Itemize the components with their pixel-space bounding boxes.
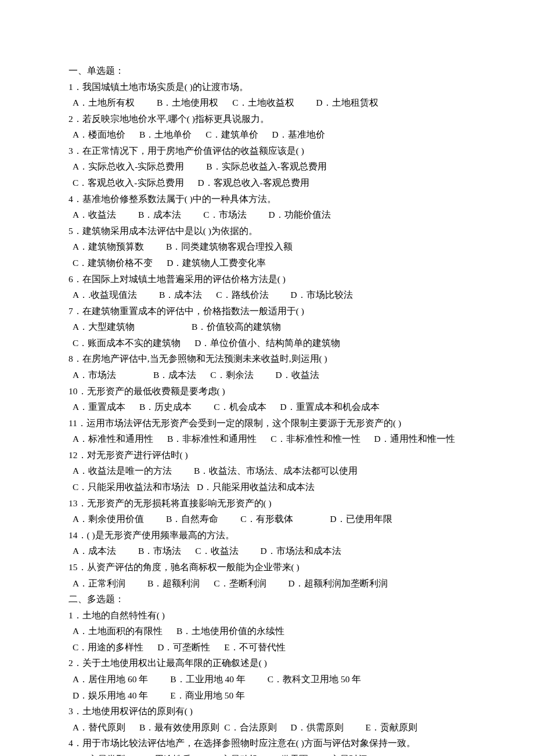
m1-a: A．土地面积的有限性	[73, 626, 163, 636]
m2-a: A．居住用地 60 年	[73, 674, 148, 684]
q2-options: A．楼面地价 B．土地单价 C．建筑单价 D．基准地价	[68, 127, 466, 143]
q13-a: A．剩余使用价值	[73, 514, 144, 524]
q5-options-2: C．建筑物价格不变 D．建筑物人工费变化率	[68, 255, 466, 271]
q2-c: C．建筑单价	[205, 129, 258, 139]
q14-d: D．市场法和成本法	[261, 546, 341, 556]
q11-options: A．标准性和通用性 B．非标准性和通用性 C．非标准性和惟一性 D．通用性和惟一…	[68, 431, 466, 447]
q8-c: C．剩余法	[210, 370, 253, 380]
q6-a: A．.收益现值法	[73, 290, 137, 300]
q14-options: A．成本法 B．市场法 C．收益法 D．市场法和成本法	[68, 543, 466, 559]
q6-options: A．.收益现值法 B．成本法 C．路线价法 D．市场比较法	[68, 287, 466, 303]
q13-options: A．剩余使用价值 B．自然寿命 C．有形载体 D．已使用年限	[68, 511, 466, 527]
m2-d: D．娱乐用地 40 年	[73, 690, 148, 700]
q2-a: A．楼面地价	[73, 129, 125, 139]
q1-c: C．土地收益权	[232, 98, 294, 107]
q14-stem: 14．( )是无形资产使用频率最高的方法。	[68, 527, 466, 543]
q15-c: C．垄断利润	[214, 578, 266, 588]
q6-b: B．成本法	[159, 290, 202, 300]
q4-stem: 4．基准地价修整系数法属于( )中的一种具体方法。	[68, 191, 466, 207]
q5-d: D．建筑物人工费变化率	[167, 258, 266, 268]
m3-d: D．供需原则	[290, 722, 343, 732]
q5-a: A．建筑物预算数	[73, 242, 144, 251]
q2-stem: 2．若反映宗地地价水平,哪个( )指标更具说服力。	[68, 111, 466, 127]
q7-options-1: A．大型建筑物 B．价值较高的建筑物	[68, 319, 466, 335]
q5-b: B．同类建筑物客观合理投入额	[166, 242, 293, 251]
m4-options: A．交易类型 B．用途性质 C．交易动机 D．供需圈 E．交易时间	[68, 751, 466, 756]
q8-d: D．收益法	[276, 370, 319, 380]
q10-a: A．重置成本	[73, 402, 125, 412]
m1-c: C．用途的多样性	[73, 642, 143, 652]
q10-d: D．重置成本和机会成本	[280, 402, 380, 412]
section-heading-single: 一、单选题：	[68, 63, 466, 79]
q6-d: D．市场比较法	[290, 290, 352, 300]
m3-b: B．最有效使用原则	[139, 722, 219, 732]
m1-stem: 1．土地的自然特性有( )	[68, 607, 466, 624]
q2-b: B．土地单价	[139, 129, 192, 139]
q1-d: D．土地租赁权	[316, 98, 378, 107]
q11-b: B．非标准性和通用性	[167, 434, 257, 444]
q8-stem: 8．在房地产评估中,当无参照物和无法预测未来收益时,则运用( )	[68, 351, 466, 367]
q6-stem: 6．在国际上对城镇土地普遍采用的评估价格方法是( )	[68, 271, 466, 287]
q5-c: C．建筑物价格不变	[73, 258, 153, 268]
q11-stem: 11．运用市场法评估无形资产会受到一定的限制，这个限制主要源于无形资产的( )	[68, 415, 466, 431]
m2-stem: 2．关于土地使用权出让最高年限的正确叙述是( )	[68, 655, 466, 671]
q3-options-1: A．实际总收入-实际总费用 B．实际总收益入-客观总费用	[68, 159, 466, 175]
q12-stem: 12．对无形资产进行评估时( )	[68, 447, 466, 463]
m3-options: A．替代原则 B．最有效使用原则 C．合法原则 D．供需原则 E．贡献原则	[68, 719, 466, 736]
m2-options-2: D．娱乐用地 40 年 E．商业用地 50 年	[68, 687, 466, 704]
q12-b: B．收益法、市场法、成本法都可以使用	[194, 466, 358, 476]
q1-stem: 1．我国城镇土地市场实质是( )的让渡市场。	[68, 79, 466, 95]
q2-d: D．基准地价	[272, 129, 325, 139]
m1-options-1: A．土地面积的有限性 B．土地使用价值的永续性	[68, 623, 466, 639]
m2-c: C．教科文卫用地 50 年	[268, 674, 362, 684]
q8-b: B．成本法	[153, 370, 196, 380]
q13-c: C．有形载体	[240, 514, 293, 524]
q15-d: D．超额利润加垄断利润	[288, 578, 388, 588]
m2-b: B．工业用地 40 年	[170, 674, 246, 684]
q14-c: C．收益法	[195, 546, 238, 556]
q10-stem: 10．无形资产的最低收费额是要考虑( )	[68, 383, 466, 399]
q10-options: A．重置成本 B．历史成本 C．机会成本 D．重置成本和机会成本	[68, 399, 466, 415]
q14-a: A．成本法	[73, 546, 116, 556]
q3-a: A．实际总收入-实际总费用	[73, 161, 184, 171]
q1-a: A．土地所有权	[73, 98, 135, 107]
q12-a: A．收益法是唯一的方法	[73, 466, 172, 476]
m1-d: D．可垄断性	[157, 642, 210, 652]
q3-d: D．客观总收入-客观总费用	[197, 178, 309, 188]
q3-options-2: C．客观总收入-实际总费用 D．客观总收入-客观总费用	[68, 175, 466, 191]
q11-d: D．通用性和惟一性	[374, 434, 455, 444]
q14-b: B．市场法	[138, 546, 181, 556]
q7-a: A．大型建筑物	[73, 322, 135, 332]
q5-stem: 5．建筑物采用成本法评估中是以( )为依据的。	[68, 223, 466, 239]
m1-e: E．不可替代性	[224, 642, 285, 652]
q10-c: C．机会成本	[214, 402, 266, 412]
q1-b: B．土地使用权	[157, 98, 218, 107]
m2-e: E．商业用地 50 年	[170, 690, 245, 700]
m4-stem: 4．用于市场比较法评估地产，在选择参照物时应注意在( )方面与评估对象保持一致。	[68, 735, 466, 751]
q3-c: C．客观总收入-实际总费用	[73, 178, 184, 188]
q15-b: B．超额利润	[147, 578, 200, 588]
q12-options-1: A．收益法是唯一的方法 B．收益法、市场法、成本法都可以使用	[68, 463, 466, 479]
q4-a: A．收益法	[73, 210, 116, 219]
q8-a: A．市场法	[73, 370, 116, 380]
q12-d: D．只能采用收益法和成本法	[197, 482, 315, 492]
q12-options-2: C．只能采用收益法和市场法 D．只能采用收益法和成本法	[68, 479, 466, 495]
m1-options-2: C．用途的多样性 D．可垄断性 E．不可替代性	[68, 639, 466, 656]
q5-options-1: A．建筑物预算数 B．同类建筑物客观合理投入额	[68, 239, 466, 255]
m3-e: E．贡献原则	[365, 722, 417, 732]
q1-options: A．土地所有权 B．土地使用权 C．土地收益权 D．土地租赁权	[68, 95, 466, 111]
m1-b: B．土地使用价值的永续性	[176, 626, 284, 636]
q13-b: B．自然寿命	[166, 514, 218, 524]
m3-c: C．合法原则	[224, 722, 276, 732]
q4-b: B．成本法	[138, 210, 181, 219]
q3-stem: 3．在正常情况下，用于房地产价值评估的收益额应该是( )	[68, 143, 466, 159]
q7-stem: 7．在建筑物重置成本的评估中，价格指数法一般适用于( )	[68, 303, 466, 319]
q15-options: A．正常利润 B．超额利润 C．垄断利润 D．超额利润加垄断利润	[68, 575, 466, 592]
q7-b: B．价值较高的建筑物	[192, 322, 281, 332]
q13-stem: 13．无形资产的无形损耗将直接影响无形资产的( )	[68, 495, 466, 512]
m3-stem: 3．土地使用权评估的原则有( )	[68, 703, 466, 719]
q12-c: C．只能采用收益法和市场法	[73, 482, 190, 492]
q7-options-2: C．账面成本不实的建筑物 D．单位价值小、结构简单的建筑物	[68, 335, 466, 351]
section-heading-multi: 二、多选题：	[68, 591, 466, 607]
q11-a: A．标准性和通用性	[73, 434, 153, 444]
